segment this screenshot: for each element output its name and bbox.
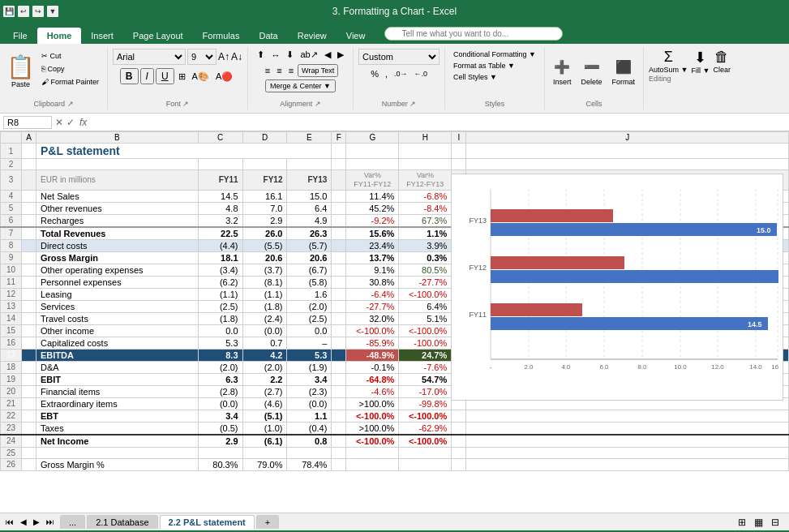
cell-g24[interactable]: <-100.0% bbox=[346, 435, 399, 448]
save-icon[interactable]: 💾 bbox=[3, 6, 15, 17]
page-break-button[interactable]: ⊟ bbox=[768, 515, 783, 530]
cell-e9[interactable]: 20.6 bbox=[287, 251, 332, 264]
cell-h22[interactable]: <-100.0% bbox=[399, 410, 452, 422]
cell-a3[interactable] bbox=[22, 170, 36, 191]
cell-j23[interactable] bbox=[466, 422, 789, 435]
cell-d9[interactable]: 20.6 bbox=[242, 251, 287, 264]
cell-c25[interactable] bbox=[198, 447, 242, 458]
tab-add[interactable]: + bbox=[256, 515, 279, 529]
cell-d15[interactable]: (0.0) bbox=[242, 324, 287, 337]
cell-g16[interactable]: -85.9% bbox=[346, 337, 399, 349]
cell-a21[interactable] bbox=[22, 397, 36, 410]
cell-e23[interactable]: (0.4) bbox=[287, 422, 332, 435]
cell-d2[interactable] bbox=[242, 159, 287, 170]
cell-f7[interactable] bbox=[332, 227, 346, 240]
cell-a25[interactable] bbox=[22, 447, 36, 458]
cell-e2[interactable] bbox=[287, 159, 332, 170]
cell-h14[interactable]: 5.1% bbox=[399, 312, 452, 324]
cell-b11[interactable]: Personnel expenses bbox=[36, 276, 199, 288]
cell-f6[interactable] bbox=[332, 214, 346, 227]
cell-b5[interactable]: Other revenues bbox=[36, 202, 199, 214]
search-input[interactable] bbox=[384, 27, 563, 41]
cell-g19[interactable]: -64.8% bbox=[346, 373, 399, 385]
tab-home[interactable]: Home bbox=[37, 28, 82, 44]
cell-d24[interactable]: (6.1) bbox=[242, 435, 287, 448]
cell-g8[interactable]: 23.4% bbox=[346, 239, 399, 251]
cell-a12[interactable] bbox=[22, 288, 36, 300]
copy-button[interactable]: ⎘ Copy bbox=[38, 63, 102, 75]
cut-button[interactable]: ✂ Cut bbox=[38, 50, 102, 62]
col-header-f[interactable]: F bbox=[332, 132, 346, 144]
decrease-decimal-button[interactable]: ←.0 bbox=[411, 69, 430, 79]
cell-j22[interactable] bbox=[466, 410, 789, 422]
cell-h2[interactable] bbox=[399, 159, 452, 170]
cell-h25[interactable] bbox=[399, 447, 452, 458]
cell-g18[interactable]: -0.1% bbox=[346, 361, 399, 373]
tab-nav-first[interactable]: ⏮ bbox=[3, 517, 16, 526]
cell-b1-title[interactable]: P&L statement bbox=[36, 144, 332, 159]
align-top-icon[interactable]: ⬆ bbox=[255, 49, 267, 61]
format-painter-button[interactable]: 🖌 Format Painter bbox=[38, 76, 102, 88]
cell-f18[interactable] bbox=[332, 361, 346, 373]
cell-h3[interactable]: Var%FY12-FY13 bbox=[399, 170, 452, 191]
cell-e13[interactable]: (2.0) bbox=[287, 300, 332, 312]
cell-b26[interactable]: Gross Margin % bbox=[36, 458, 199, 470]
cell-a2[interactable] bbox=[22, 159, 36, 170]
font-name-select[interactable]: Arial bbox=[113, 49, 186, 65]
cell-c7[interactable]: 22.5 bbox=[198, 227, 242, 240]
cell-e26[interactable]: 78.4% bbox=[287, 458, 332, 470]
cell-b13-services[interactable]: Services bbox=[36, 300, 199, 312]
cell-b17-ebitda[interactable]: EBITDA bbox=[36, 349, 199, 361]
number-format-select[interactable]: Custom General Text Number Currency Perc… bbox=[358, 49, 440, 65]
cell-j26[interactable] bbox=[466, 458, 789, 470]
italic-button[interactable]: I bbox=[140, 68, 154, 84]
cell-d21[interactable]: (4.6) bbox=[242, 397, 287, 410]
cell-e12[interactable]: 1.6 bbox=[287, 288, 332, 300]
col-header-i[interactable]: I bbox=[452, 132, 466, 144]
customize-icon[interactable]: ▼ bbox=[47, 6, 58, 17]
cell-e4[interactable]: 15.0 bbox=[287, 190, 332, 202]
cell-g22[interactable]: <-100.0% bbox=[346, 410, 399, 422]
cell-i25[interactable] bbox=[452, 447, 466, 458]
cell-f23[interactable] bbox=[332, 422, 346, 435]
cell-a20[interactable] bbox=[22, 385, 36, 397]
format-as-table-button[interactable]: Format as Table ▼ bbox=[450, 60, 518, 71]
cell-f3[interactable] bbox=[332, 170, 346, 191]
tab-review[interactable]: Review bbox=[288, 28, 337, 44]
cell-d6[interactable]: 2.9 bbox=[242, 214, 287, 227]
cell-e17[interactable]: 5.3 bbox=[287, 349, 332, 361]
cell-d12[interactable]: (1.1) bbox=[242, 288, 287, 300]
cell-f10[interactable] bbox=[332, 264, 346, 276]
cell-g14[interactable]: 32.0% bbox=[346, 312, 399, 324]
tab-pl-statement[interactable]: 2.2 P&L statement bbox=[160, 515, 255, 530]
cell-e6[interactable]: 4.9 bbox=[287, 214, 332, 227]
cell-a1[interactable] bbox=[22, 144, 36, 159]
cell-g7[interactable]: 15.6% bbox=[346, 227, 399, 240]
normal-view-button[interactable]: ⊞ bbox=[735, 515, 749, 530]
center-align-icon[interactable]: ≡ bbox=[274, 65, 284, 76]
col-header-g[interactable]: G bbox=[346, 132, 399, 144]
cell-e3[interactable]: FY13 bbox=[287, 170, 332, 191]
tab-file[interactable]: File bbox=[3, 28, 37, 44]
font-color-button[interactable]: A🔴 bbox=[213, 71, 235, 83]
cell-g2[interactable] bbox=[346, 159, 399, 170]
cell-f9[interactable] bbox=[332, 251, 346, 264]
cell-c3[interactable]: FY11 bbox=[198, 170, 242, 191]
fill-color-button[interactable]: A🎨 bbox=[190, 71, 212, 83]
cell-f8[interactable] bbox=[332, 239, 346, 251]
cell-b3[interactable]: EUR in millions bbox=[36, 170, 199, 191]
cell-d11[interactable]: (8.1) bbox=[242, 276, 287, 288]
cell-b7[interactable]: Total Revenues bbox=[36, 227, 199, 240]
cell-styles-button[interactable]: Cell Styles ▼ bbox=[450, 71, 500, 83]
tab-insert[interactable]: Insert bbox=[81, 28, 123, 44]
cell-c4[interactable]: 14.5 bbox=[198, 190, 242, 202]
cell-d13[interactable]: (1.8) bbox=[242, 300, 287, 312]
conditional-formatting-button[interactable]: Conditional Formatting ▼ bbox=[450, 49, 539, 60]
cell-c6[interactable]: 3.2 bbox=[198, 214, 242, 227]
cell-h16[interactable]: -100.0% bbox=[399, 337, 452, 349]
cell-g1[interactable] bbox=[346, 144, 399, 159]
cell-c18[interactable]: (2.0) bbox=[198, 361, 242, 373]
cell-i26[interactable] bbox=[452, 458, 466, 470]
cell-c23[interactable]: (0.5) bbox=[198, 422, 242, 435]
clear-button[interactable]: 🗑 Clear bbox=[713, 49, 731, 75]
